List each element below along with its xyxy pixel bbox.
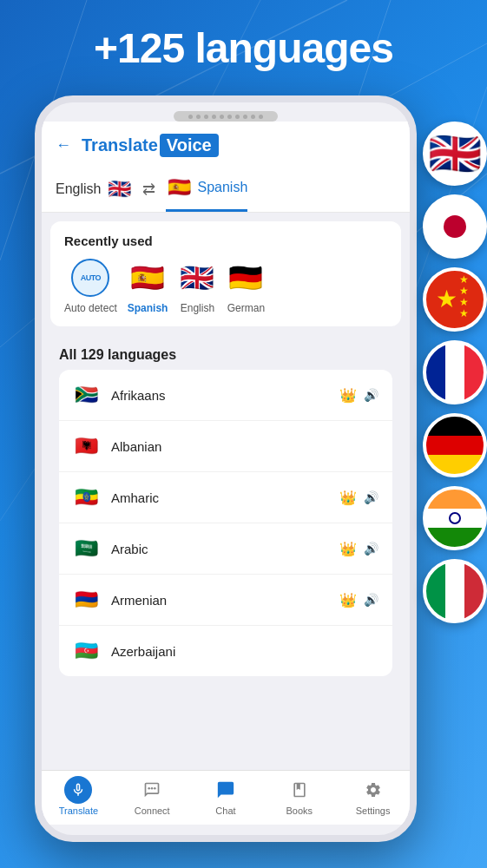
settings-nav-label: Settings bbox=[356, 806, 391, 816]
amharic-label: Amharic bbox=[111, 490, 327, 505]
source-language-button[interactable]: English 🇬🇧 bbox=[56, 176, 132, 211]
language-row-albanian[interactable]: 🇦🇱 Albanian bbox=[59, 421, 392, 472]
nav-item-chat[interactable]: Chat bbox=[189, 776, 263, 816]
armenian-flag: 🇦🇲 bbox=[73, 587, 99, 613]
translate-nav-label: Translate bbox=[59, 806, 98, 816]
language-row-amharic[interactable]: 🇪🇹 Amharic 👑 🔊 bbox=[59, 472, 392, 523]
recent-item-spanish[interactable]: 🇪🇸 Spanish bbox=[128, 259, 168, 314]
recent-item-german[interactable]: 🇩🇪 German bbox=[227, 259, 265, 314]
albanian-flag: 🇦🇱 bbox=[73, 433, 99, 459]
connect-icon bbox=[143, 781, 161, 799]
app-header: ← Translate Voice English 🇬🇧 ⇄ 🇪🇸 Spanis… bbox=[42, 122, 410, 213]
app-logo: Translate Voice bbox=[82, 134, 219, 157]
armenian-icons: 👑 🔊 bbox=[339, 592, 378, 608]
floating-flag-germany bbox=[423, 413, 487, 477]
crown-icon-armenian: 👑 bbox=[339, 592, 357, 608]
app-name-translate: Translate bbox=[82, 135, 158, 155]
floating-flags-container: 🇬🇧 ★ ★★★★ bbox=[423, 122, 487, 623]
chat-nav-label: Chat bbox=[215, 806, 235, 816]
swap-languages-icon[interactable]: ⇄ bbox=[142, 180, 155, 207]
arabic-icons: 👑 🔊 bbox=[339, 541, 378, 557]
amharic-flag: 🇪🇹 bbox=[73, 484, 99, 510]
floating-flag-india bbox=[423, 486, 487, 550]
phone-notch bbox=[174, 111, 278, 122]
hero-title: +125 languages bbox=[0, 24, 487, 72]
language-row-armenian[interactable]: 🇦🇲 Armenian 👑 🔊 bbox=[59, 575, 392, 626]
armenian-label: Armenian bbox=[111, 593, 327, 608]
floating-flag-china: ★ ★★★★ bbox=[423, 267, 487, 332]
recently-used-title: Recently used bbox=[64, 233, 387, 248]
svg-point-17 bbox=[148, 787, 151, 790]
bottom-navigation: Translate Connect bbox=[42, 770, 410, 825]
app-container: ← Translate Voice English 🇬🇧 ⇄ 🇪🇸 Spanis… bbox=[42, 122, 410, 825]
language-row-azerbaijani[interactable]: 🇦🇿 Azerbaijani bbox=[59, 626, 392, 676]
floating-flag-japan bbox=[423, 194, 487, 259]
nav-item-books[interactable]: Books bbox=[262, 776, 336, 816]
language-switcher: English 🇬🇧 ⇄ 🇪🇸 Spanish bbox=[56, 168, 396, 212]
nav-item-translate[interactable]: Translate bbox=[42, 776, 115, 816]
floating-flag-italy bbox=[423, 559, 487, 623]
nav-item-connect[interactable]: Connect bbox=[115, 776, 189, 816]
amharic-icons: 👑 🔊 bbox=[339, 490, 378, 506]
english-label: English bbox=[181, 302, 214, 314]
languages-list: 🇿🇦 Afrikaans 👑 🔊 🇦🇱 Albanian 🇪🇹 bbox=[59, 370, 392, 676]
connect-nav-label: Connect bbox=[135, 806, 170, 816]
recent-item-auto[interactable]: AUTO Auto detect bbox=[64, 259, 117, 314]
all-languages-title: All 129 languages bbox=[59, 347, 392, 363]
nav-item-settings[interactable]: Settings bbox=[336, 776, 410, 816]
english-flag: 🇬🇧 bbox=[178, 259, 216, 297]
back-arrow-icon[interactable]: ← bbox=[56, 136, 71, 155]
spanish-flag: 🇪🇸 bbox=[128, 259, 167, 297]
afrikaans-label: Afrikaans bbox=[111, 388, 327, 403]
voice-icon-arabic: 🔊 bbox=[364, 542, 378, 556]
albanian-label: Albanian bbox=[111, 439, 378, 454]
afrikaans-icons: 👑 🔊 bbox=[339, 387, 378, 404]
target-lang-label: Spanish bbox=[197, 180, 247, 195]
svg-point-18 bbox=[151, 787, 154, 790]
azerbaijani-label: Azerbaijani bbox=[111, 644, 378, 659]
azerbaijani-flag: 🇦🇿 bbox=[73, 638, 99, 664]
header-top: ← Translate Voice bbox=[56, 134, 396, 157]
target-lang-flag: 🇪🇸 bbox=[166, 174, 192, 201]
app-name-voice: Voice bbox=[160, 134, 219, 157]
books-nav-label: Books bbox=[286, 806, 313, 816]
chat-nav-icon-wrap bbox=[212, 776, 240, 804]
recently-used-section: Recently used AUTO Auto detect 🇪🇸 Spanis… bbox=[50, 221, 401, 326]
arabic-label: Arabic bbox=[111, 542, 327, 556]
floating-flag-france bbox=[423, 340, 487, 404]
voice-icon-armenian: 🔊 bbox=[364, 593, 378, 607]
svg-point-19 bbox=[154, 787, 156, 790]
books-nav-icon-wrap bbox=[286, 776, 313, 804]
voice-icon: 🔊 bbox=[364, 388, 378, 402]
content-area: Recently used AUTO Auto detect 🇪🇸 Spanis… bbox=[42, 213, 410, 770]
settings-gear-icon bbox=[365, 781, 382, 799]
translate-nav-icon-wrap bbox=[64, 776, 92, 804]
notch-dots bbox=[188, 115, 263, 119]
mic-icon bbox=[70, 782, 86, 798]
afrikaans-flag: 🇿🇦 bbox=[73, 382, 99, 408]
language-row-arabic[interactable]: 🇸🇦 Arabic 👑 🔊 bbox=[59, 523, 392, 575]
source-lang-flag: 🇬🇧 bbox=[106, 176, 132, 202]
language-row-afrikaans[interactable]: 🇿🇦 Afrikaans 👑 🔊 bbox=[59, 370, 392, 421]
all-languages-section: All 129 languages 🇿🇦 Afrikaans 👑 🔊 🇦🇱 Al… bbox=[42, 335, 410, 681]
floating-flag-uk: 🇬🇧 bbox=[423, 122, 487, 186]
auto-detect-label: Auto detect bbox=[64, 302, 117, 314]
voice-icon-amharic: 🔊 bbox=[364, 490, 378, 504]
crown-icon-arabic: 👑 bbox=[339, 541, 357, 557]
crown-icon-amharic: 👑 bbox=[339, 490, 357, 506]
books-icon bbox=[291, 781, 308, 799]
german-flag: 🇩🇪 bbox=[227, 259, 265, 297]
chat-bubble-icon bbox=[216, 780, 235, 799]
phone-shell: ← Translate Voice English 🇬🇧 ⇄ 🇪🇸 Spanis… bbox=[35, 95, 417, 842]
target-language-button[interactable]: 🇪🇸 Spanish bbox=[166, 174, 247, 212]
crown-icon: 👑 bbox=[339, 387, 357, 404]
connect-nav-icon-wrap bbox=[138, 776, 166, 804]
svg-point-16 bbox=[444, 215, 466, 238]
settings-nav-icon-wrap bbox=[359, 776, 387, 804]
recent-items-list: AUTO Auto detect 🇪🇸 Spanish 🇬🇧 English 🇩… bbox=[64, 259, 387, 314]
arabic-flag: 🇸🇦 bbox=[73, 536, 99, 562]
spanish-label: Spanish bbox=[128, 302, 168, 314]
source-lang-label: English bbox=[56, 181, 101, 197]
german-label: German bbox=[227, 302, 265, 314]
recent-item-english[interactable]: 🇬🇧 English bbox=[178, 259, 216, 314]
